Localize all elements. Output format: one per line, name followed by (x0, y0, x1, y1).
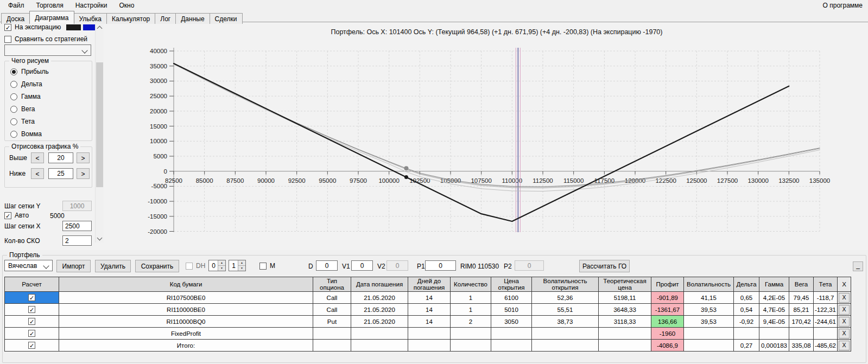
cell-theo_price[interactable]: 5198,11 (599, 292, 651, 304)
cell-type[interactable] (313, 328, 351, 340)
cell-gamma[interactable] (759, 328, 789, 340)
calc-margin-button[interactable]: Рассчитать ГО (579, 260, 630, 272)
portfolio-combo[interactable]: Вячеслав (4, 260, 53, 271)
v1-input[interactable] (351, 260, 373, 271)
cell-theta[interactable]: -485,62 (814, 340, 838, 352)
radio-profit[interactable]: Прибыль (10, 68, 92, 75)
minimize-panel-button[interactable]: _ (853, 261, 863, 271)
cell-open_price[interactable]: 5010 (491, 304, 532, 316)
row-calc-checkbox[interactable]: ✓ (5, 340, 59, 352)
remove-row-button[interactable]: X (839, 317, 850, 327)
column-header-6[interactable]: Цена открытия (491, 277, 532, 292)
cell-days[interactable]: 14 (408, 304, 451, 316)
cell-open_price[interactable]: 3050 (491, 316, 532, 328)
cell-profit[interactable]: -4086,9 (651, 340, 684, 352)
cell-gamma[interactable]: 0,000183 (759, 340, 789, 352)
cell-qty[interactable] (451, 328, 491, 340)
column-header-8[interactable]: Теоретическая цена (599, 277, 651, 292)
row-calc-checkbox[interactable]: ✓ (5, 328, 59, 340)
menu-item-window[interactable]: Окно (113, 0, 141, 11)
cell-vega[interactable]: 170,42 (789, 316, 814, 328)
cell-profit[interactable]: -901,89 (651, 292, 684, 304)
column-header-7[interactable]: Волатильность открытия (532, 277, 599, 292)
cell-delta[interactable] (734, 328, 759, 340)
row-calc-checkbox[interactable]: ✓ (5, 304, 59, 316)
above-value[interactable]: 20 (48, 152, 73, 163)
tab-trades[interactable]: Сделки (210, 13, 243, 24)
cell-open_vol[interactable]: 55,51 (532, 304, 599, 316)
cell-date[interactable]: 21.05.2020 (351, 316, 408, 328)
row-calc-checkbox[interactable]: ✓ (5, 316, 59, 328)
cell-type[interactable] (313, 340, 351, 352)
cell-open_price[interactable] (491, 340, 532, 352)
column-header-1[interactable]: Код бумаги (59, 277, 313, 292)
save-button[interactable]: Сохранить (135, 260, 179, 272)
cell-date[interactable]: 21.05.2020 (351, 304, 408, 316)
cell-vega[interactable] (789, 328, 814, 340)
dh-spinner-1[interactable]: 0 (208, 260, 226, 271)
delete-button[interactable]: Удалить (95, 260, 131, 272)
cell-theo_price[interactable] (599, 328, 651, 340)
cell-days[interactable]: 14 (408, 292, 451, 304)
column-header-4[interactable]: Дней до погашения (408, 277, 451, 292)
menu-item-settings[interactable]: Настройки (69, 0, 113, 11)
column-header-13[interactable]: Вега (789, 277, 814, 292)
column-header-12[interactable]: Гамма (759, 277, 789, 292)
cell-open_vol[interactable]: 38,73 (532, 316, 599, 328)
cell-theo_price[interactable]: 3648,33 (599, 304, 651, 316)
p1-input[interactable] (425, 260, 456, 271)
radio-vega[interactable]: Вега (10, 105, 92, 113)
column-header-3[interactable]: Дата погашения (351, 277, 408, 292)
cell-open_vol[interactable] (532, 328, 599, 340)
below-value[interactable]: 25 (48, 168, 73, 179)
v2-input[interactable] (387, 260, 408, 271)
cell-open_price[interactable] (491, 328, 532, 340)
cell-vol[interactable]: 41,15 (684, 292, 734, 304)
cell-open_vol[interactable]: 52,36 (532, 292, 599, 304)
cell-theta[interactable]: -244,61 (814, 316, 838, 328)
cell-delta[interactable]: 0,65 (734, 292, 759, 304)
spin-down-icon[interactable] (218, 266, 225, 271)
column-header-2[interactable]: Тип опциона (313, 277, 351, 292)
on-expiration-checkbox[interactable]: ✓ На экспирацию (4, 23, 61, 31)
cell-code[interactable]: RI110000BQ0 (59, 316, 313, 328)
grid-step-x-input[interactable] (62, 221, 92, 231)
cell-days[interactable] (408, 328, 451, 340)
radio-vomma[interactable]: Вомма (10, 130, 92, 138)
cell-theta[interactable] (814, 328, 838, 340)
cell-gamma[interactable]: 4,7E-05 (759, 304, 789, 316)
import-button[interactable]: Импорт (56, 260, 91, 272)
d-input[interactable] (316, 260, 338, 271)
sko-count-input[interactable] (62, 235, 92, 246)
cell-days[interactable] (408, 340, 451, 352)
menu-item-file[interactable]: Файл (2, 0, 30, 11)
cell-theta[interactable]: -122,31 (814, 304, 838, 316)
payoff-chart[interactable]: -20000-15000-10000-500005000100001500020… (106, 22, 868, 252)
scroll-down-button[interactable] (96, 234, 104, 242)
cell-profit[interactable]: -1960 (651, 328, 684, 340)
above-decrease-button[interactable]: < (31, 152, 44, 163)
sidebar-scrollbar[interactable] (95, 23, 104, 242)
cell-code[interactable]: RI110000BE0 (59, 304, 313, 316)
cell-date[interactable]: 21.05.2020 (351, 292, 408, 304)
cell-vega[interactable]: 79,45 (789, 292, 814, 304)
cell-code[interactable]: FixedProfit (59, 328, 313, 340)
spin-down-icon[interactable] (238, 266, 245, 271)
column-header-15[interactable]: X (838, 277, 851, 292)
radio-delta[interactable]: Дельта (10, 80, 92, 88)
cell-type[interactable]: Put (313, 316, 351, 328)
cell-delta[interactable]: 0,54 (734, 304, 759, 316)
tab-smile[interactable]: Улыбка (74, 13, 107, 24)
menu-item-trading[interactable]: Торговля (30, 0, 69, 11)
dh-checkbox[interactable]: DH (186, 262, 205, 270)
cell-profit[interactable]: 136,66 (651, 316, 684, 328)
p2-input[interactable] (515, 260, 544, 271)
cell-gamma[interactable]: 4,2E-05 (759, 292, 789, 304)
remove-row-button[interactable]: X (839, 305, 850, 315)
cell-type[interactable]: Call (313, 304, 351, 316)
cell-open_price[interactable]: 6100 (491, 292, 532, 304)
radio-gamma[interactable]: Гамма (10, 93, 92, 100)
auto-checkbox[interactable]: ✓ Авто (4, 212, 29, 219)
tab-calculator[interactable]: Калькулятор (106, 13, 155, 24)
column-header-9[interactable]: Профит (651, 277, 684, 292)
